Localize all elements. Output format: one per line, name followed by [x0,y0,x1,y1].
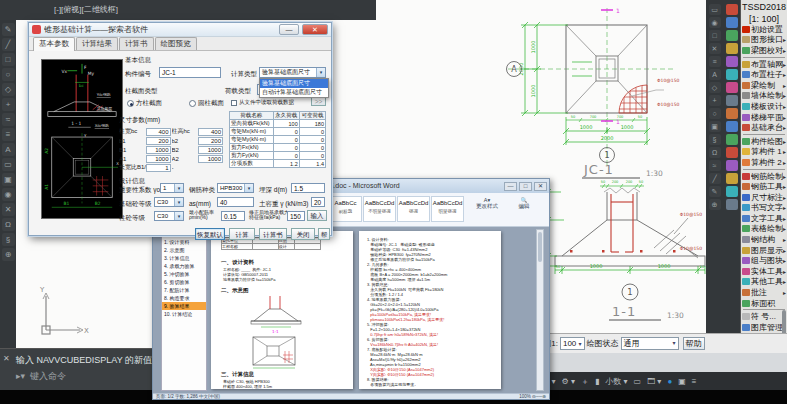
status-toggle-icon[interactable]: ≡ [692,377,697,386]
tssd-menu-item[interactable]: 布置柱子▸ [741,69,787,80]
tssd-menu-item[interactable]: 符 号... [741,311,787,322]
tab-calc-book[interactable]: 计算书 [119,37,154,50]
calc-book-button[interactable]: 计算书 [259,228,287,240]
tssd-tool-icon[interactable] [726,17,738,28]
tool-icon[interactable]: ✕ [2,203,15,216]
size-value-input[interactable]: 400 [198,128,223,136]
size-value-input[interactable]: 1 [146,164,171,172]
nav-heading-item[interactable]: 7. 配筋计算 [162,286,206,294]
load-value-cell[interactable]: 0 [299,128,325,136]
nav-heading-item[interactable]: 2. 示意图 [162,246,206,254]
viewport-label[interactable]: [-][俯视][二维线框] [54,5,118,14]
tool-icon[interactable]: ╱ [2,38,15,51]
tool-icon[interactable]: Ω [2,218,15,231]
tssd-menu-item[interactable]: 文字工具▸ [741,213,787,224]
restore-default-button[interactable]: 恢复默认 [195,228,225,240]
tssd-menu-item[interactable]: 图库管理 [741,322,787,333]
tssd-menu-item[interactable]: 算构件 1▸ [741,147,787,158]
tab-draw-preview[interactable]: 绘图预览 [155,37,197,50]
load-table[interactable]: 荷载名称永久荷载可变荷载竖向荷载Fk(kN)100180弯矩Mx(kN·m)00… [229,111,326,168]
tool-icon[interactable]: A [2,143,15,156]
acad-tool-icon[interactable]: ╱ [709,173,721,184]
tssd-tool-icon[interactable] [726,121,738,132]
help-button[interactable]: 帮助 [318,228,330,240]
load-value-cell[interactable]: 0 [299,136,325,144]
status-toggle-icon[interactable]: ▮ [595,377,599,386]
tssd-menu-item[interactable]: 钢结构▸ [741,234,787,245]
acad-tool-icon[interactable]: A [709,69,721,80]
acad-tool-icon[interactable]: § [709,134,721,145]
tssd-tool-icon[interactable] [726,4,738,15]
tssd-tool-icon[interactable] [726,173,738,184]
tool-icon[interactable]: ▭ [2,158,15,171]
tssd-tool-icon[interactable] [726,108,738,119]
tssd-tool-icon[interactable] [726,186,738,197]
load-value-cell[interactable]: 100 [273,120,299,128]
load-value-cell[interactable]: 0 [273,144,299,152]
tssd-menu-item[interactable]: 墙体绘制▸ [741,91,787,102]
size-value-input[interactable]: 400 [146,128,171,136]
load-value-cell[interactable]: 0 [273,152,299,160]
acad-tool-icon[interactable]: ▭ [709,4,721,15]
word-minimize-button[interactable]: — [504,182,517,191]
read-load-file-checkbox[interactable]: 从文件中读取荷载数据 [231,99,294,106]
status-toggle-icon[interactable]: ⚙ ▾ [562,377,575,386]
tool-icon[interactable]: □ [2,53,15,66]
tssd-tool-icon[interactable] [726,160,738,171]
tssd-menu-item[interactable]: 梁绘制▸ [741,80,787,91]
tssd-menu-item[interactable]: 标面积 [741,298,787,309]
dropdown-option-2[interactable]: 自动计算基础底面尺寸 [260,88,328,97]
style-tile[interactable]: AaBbCc副标题 [329,196,362,222]
dropdown-option-1[interactable]: 验算基础底面尺寸 [260,79,328,88]
tool-icon[interactable]: § [2,233,15,246]
acad-tool-icon[interactable]: ✎ [709,186,721,197]
tssd-menu-item[interactable]: 图层显示▸ [741,245,787,256]
nav-heading-item[interactable]: 5. 冲切验算 [162,270,206,278]
nav-heading-item[interactable]: 4. 承载力验算 [162,262,206,270]
acad-tool-icon[interactable]: + [709,95,721,106]
tool-icon[interactable]: ▣ [2,173,15,186]
word-close-button[interactable]: ✕ [534,182,547,191]
radio-round-column[interactable]: 圆柱截面 [189,99,224,108]
acad-tool-icon[interactable]: ≡ [709,56,721,67]
size-value-input[interactable]: 1000 [146,155,171,163]
tssd-menu-item[interactable]: 楼板设计▸ [741,101,787,112]
component-input[interactable]: JC-1 [159,67,221,78]
tssd-menu-item[interactable]: 组与图块▸ [741,255,787,266]
depth-input[interactable]: 1.5 [291,183,325,193]
tssd-menu-item[interactable]: 其他工具▸ [741,277,787,288]
size-value-input[interactable]: 200 [146,137,171,145]
tssd-menu-item[interactable]: 书写文字▸ [741,203,787,214]
nav-heading-item[interactable]: 8. 构造要求 [162,294,206,302]
tssd-menu-item[interactable]: 梁图校对▸ [741,45,787,56]
soil-input[interactable]: 20 [311,197,325,207]
status-toggle-icon[interactable]: ＋ [581,376,589,387]
tssd-help-button[interactable]: 帮助 [683,337,705,350]
close-button[interactable]: 关闭 [291,228,315,240]
style-tile[interactable]: AaBbCcDd不明显强调 [363,196,396,222]
steel-combo[interactable]: HPB300 [217,183,254,193]
tssd-tool-icon[interactable] [726,134,738,145]
command-input[interactable]: ▸▾ 键入命令 [16,370,66,383]
foundation-calc-dialog[interactable]: 锥形基础计算——探索者软件 — ✕ 基本参数 计算结果 计算书 绘图预览 F M… [28,22,332,236]
nav-heading-item[interactable]: 9. 验算结果 [162,302,206,310]
tool-icon[interactable]: ⊕ [2,248,15,261]
dialog-titlebar[interactable]: 锥形基础计算——探索者软件 — ✕ [29,23,331,37]
status-toggle-icon[interactable]: ▣ [678,377,686,386]
load-value-cell[interactable]: 1.2 [273,160,299,168]
viewport-controls[interactable]: [-][俯视][二维线框] [0,0,376,20]
tool-icon[interactable]: ≈ [2,113,15,126]
tool-icon[interactable]: ✎ [2,23,15,36]
file-browse-button[interactable]: >> [311,97,326,106]
doc-page-1[interactable]: 委托单位日期 工程名称设计 一、设计资料 工程名称: ____ 构件: JC-1… [211,231,353,389]
as-input[interactable]: 40 [217,197,254,207]
tssd-menu-item[interactable]: 算构件 2▸ [741,157,787,168]
calculate-button[interactable]: 计算 [229,228,255,240]
size-value-input[interactable]: 1000 [198,146,223,154]
tssd-tool-icon[interactable] [726,30,738,41]
tssd-menu-item[interactable]: 初始设置 [741,24,787,35]
tool-icon[interactable]: ≡ [2,128,15,141]
acad-tool-icon[interactable]: Ω [709,147,721,158]
size-value-input[interactable]: 1000 [198,155,223,163]
word-maximize-button[interactable]: □ [519,182,532,191]
